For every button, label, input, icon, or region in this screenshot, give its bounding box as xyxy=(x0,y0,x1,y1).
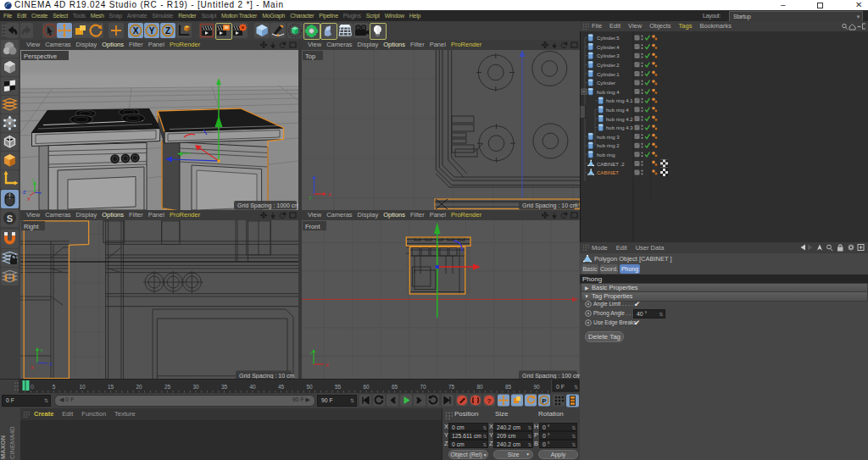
svg-text:0 F: 0 F xyxy=(556,384,565,390)
svg-text:40: 40 xyxy=(249,384,256,390)
svg-text:?: ? xyxy=(487,397,492,405)
svg-text:Z: Z xyxy=(165,26,170,36)
svg-text:0: 0 xyxy=(31,384,34,390)
svg-text:Cylinder.1: Cylinder.1 xyxy=(597,72,620,77)
svg-text:hob ring 4.3: hob ring 4.3 xyxy=(606,125,633,130)
svg-text:25: 25 xyxy=(164,384,171,390)
svg-text:Perspective: Perspective xyxy=(24,53,57,60)
svg-text:75: 75 xyxy=(448,384,455,390)
svg-text:5: 5 xyxy=(53,384,56,390)
svg-text:80: 80 xyxy=(476,384,483,390)
svg-text:hob ring 2: hob ring 2 xyxy=(597,143,620,148)
svg-text:60: 60 xyxy=(363,384,370,390)
svg-text:45: 45 xyxy=(278,384,285,390)
svg-text:P: P xyxy=(542,397,547,405)
svg-text:85: 85 xyxy=(505,384,512,390)
svg-text:90: 90 xyxy=(533,384,540,390)
svg-text:Grid Spacing : 10 cm: Grid Spacing : 10 cm xyxy=(522,202,578,209)
svg-text:Y: Y xyxy=(149,26,155,36)
svg-text:Cylinder.4: Cylinder.4 xyxy=(597,45,620,50)
svg-text:65: 65 xyxy=(392,384,398,390)
svg-text:Z: Z xyxy=(23,190,26,195)
svg-text:CABINET: CABINET xyxy=(597,170,619,175)
svg-text:50: 50 xyxy=(306,384,313,390)
svg-text:CABINET .2: CABINET .2 xyxy=(597,162,625,167)
svg-text:Grid Spacing : 100 cm: Grid Spacing : 100 cm xyxy=(522,373,580,380)
svg-text:Cylinder.3: Cylinder.3 xyxy=(597,53,620,58)
svg-text:Cylinder.2: Cylinder.2 xyxy=(597,63,620,68)
svg-text:Grid Spacing : 1000 cm: Grid Spacing : 1000 cm xyxy=(237,202,298,209)
svg-text:X: X xyxy=(328,192,331,197)
svg-text:70: 70 xyxy=(420,384,426,390)
svg-text:X: X xyxy=(326,363,329,368)
svg-text:Cylinder: Cylinder xyxy=(597,80,615,86)
svg-text:hob ring 4: hob ring 4 xyxy=(597,90,620,95)
svg-text:hob ring 4.2: hob ring 4.2 xyxy=(606,117,633,122)
svg-text:Y: Y xyxy=(40,348,43,353)
svg-text:hob ring: hob ring xyxy=(597,152,615,158)
svg-text:X: X xyxy=(27,197,31,202)
svg-text:⇅: ⇅ xyxy=(574,385,578,390)
svg-text:X: X xyxy=(133,26,139,36)
svg-text:Y: Y xyxy=(31,178,35,183)
svg-text:Y: Y xyxy=(309,351,313,356)
svg-text:35: 35 xyxy=(221,384,228,390)
svg-text:Cylinder.5: Cylinder.5 xyxy=(597,36,620,41)
svg-text:15: 15 xyxy=(108,384,114,390)
svg-text:X: X xyxy=(31,365,34,370)
svg-text:Right: Right xyxy=(24,223,39,230)
svg-text:hob ring 4: hob ring 4 xyxy=(606,108,629,113)
svg-text:hob ring 3: hob ring 3 xyxy=(597,135,620,140)
svg-text:55: 55 xyxy=(335,384,342,390)
svg-text:Front: Front xyxy=(305,223,320,230)
svg-text:hob ring 4.1: hob ring 4.1 xyxy=(606,98,633,103)
svg-text:30: 30 xyxy=(192,384,199,390)
svg-text:Y: Y xyxy=(309,196,312,201)
svg-text:10: 10 xyxy=(79,384,86,390)
svg-text:Grid Spacing : 10 cm: Grid Spacing : 10 cm xyxy=(239,373,295,380)
svg-text:Z: Z xyxy=(49,362,53,367)
svg-text:Top: Top xyxy=(305,53,315,60)
svg-text:20: 20 xyxy=(136,384,142,390)
svg-text:S: S xyxy=(7,213,13,224)
